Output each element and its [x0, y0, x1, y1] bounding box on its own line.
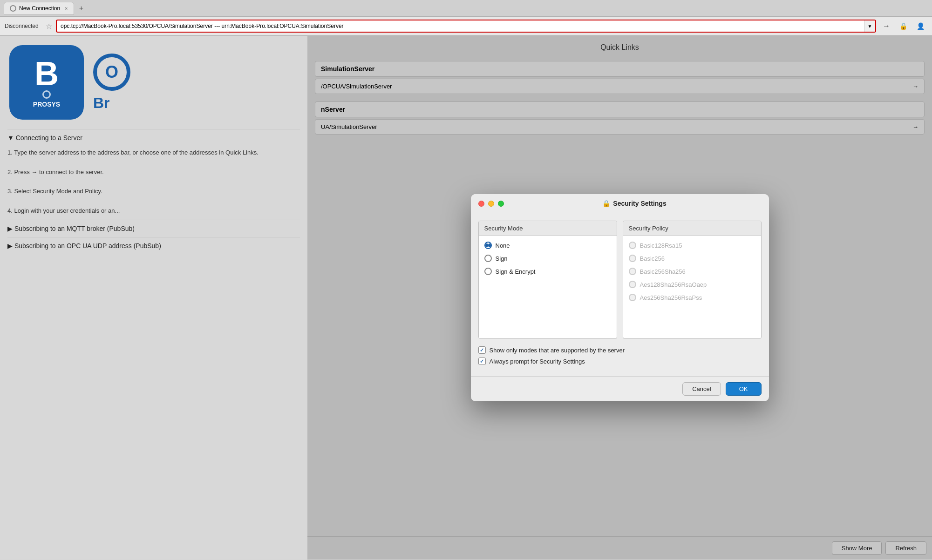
main-content: B PROSYS O Br ▼ Connecting to a Server 1… [0, 36, 932, 560]
modal-backdrop: 🔒 Security Settings Security Mode [307, 36, 932, 560]
tab-label: New Connection [19, 5, 60, 12]
security-policy-options: Basic128Rsa15 Basic256 Basic256Sha256 [623, 236, 761, 338]
url-input[interactable] [57, 23, 864, 29]
right-panel: Quick Links SimulationServer ☆ × /OPCUA/… [307, 36, 932, 560]
connecting-header-label: ▼ Connecting to a Server [7, 134, 82, 142]
security-mode-panel: Security Mode None S [478, 221, 617, 339]
tab-close-button[interactable]: × [65, 6, 68, 11]
app-letter: O [105, 62, 118, 82]
dialog-title-icon: 🔒 [602, 200, 610, 207]
left-panel: B PROSYS O Br ▼ Connecting to a Server 1… [0, 36, 307, 560]
security-settings-dialog: 🔒 Security Settings Security Mode [471, 194, 769, 401]
checkmark-show-supported: ✓ [480, 347, 484, 353]
security-policy-header: Security Policy [623, 221, 761, 236]
policy-basic256-label: Basic256 [640, 255, 665, 262]
cancel-button[interactable]: Cancel [682, 382, 721, 396]
mode-none-label: None [496, 242, 510, 249]
url-input-wrap: ▼ [56, 20, 876, 33]
app-o-circle: O [93, 54, 130, 91]
dialog-maximize-button[interactable] [498, 201, 504, 207]
checkmark-always-prompt: ✓ [480, 358, 484, 364]
mqtt-accordion-header[interactable]: ▶ Subscribing to an MQTT broker (PubSub) [7, 220, 300, 237]
security-mode-options: None Sign Sign & Encrypt [479, 236, 617, 338]
logo-area: B PROSYS O Br [0, 36, 307, 129]
logo-circle-icon [42, 90, 51, 99]
policy-basic128-radio[interactable] [629, 242, 636, 249]
dialog-body: Security Mode None S [471, 213, 769, 376]
new-tab-button[interactable]: + [76, 3, 87, 14]
tab-icon [10, 5, 16, 12]
policy-basic128-option[interactable]: Basic128Rsa15 [629, 242, 755, 249]
policy-basic256sha256-radio[interactable] [629, 268, 636, 275]
mode-sign-encrypt-option[interactable]: Sign & Encrypt [484, 268, 611, 275]
cert-button-2[interactable]: 👤 [914, 22, 927, 30]
logo-brand: PROSYS [33, 101, 60, 108]
dialog-titlebar: 🔒 Security Settings [471, 194, 769, 213]
new-connection-tab[interactable]: New Connection × [4, 2, 74, 15]
dialog-panels: Security Mode None S [478, 221, 762, 339]
navigate-forward-button[interactable]: → [880, 22, 893, 30]
policy-basic256sha256-label: Basic256Sha256 [640, 268, 686, 275]
bookmark-button[interactable]: ☆ [46, 22, 52, 31]
policy-aes256-radio[interactable] [629, 294, 636, 301]
checkbox-show-supported[interactable]: ✓ Show only modes that are supported by … [478, 346, 762, 354]
connecting-accordion-header[interactable]: ▼ Connecting to a Server [7, 129, 300, 146]
dialog-close-button[interactable] [478, 201, 484, 207]
mqtt-header-label: ▶ Subscribing to an MQTT broker (PubSub) [7, 225, 135, 232]
dialog-minimize-button[interactable] [488, 201, 494, 207]
checkboxes-section: ✓ Show only modes that are supported by … [478, 346, 762, 365]
address-bar: Disconnected ☆ ▼ → 🔒 👤 [0, 17, 932, 36]
connection-status: Disconnected [5, 23, 42, 29]
udp-accordion-header[interactable]: ▶ Subscribing to an OPC UA UDP address (… [7, 237, 300, 254]
udp-header-label: ▶ Subscribing to an OPC UA UDP address (… [7, 242, 161, 250]
dialog-footer: Cancel OK [471, 376, 769, 401]
checkbox-always-prompt-box[interactable]: ✓ [478, 358, 486, 365]
cert-button-1[interactable]: 🔒 [897, 22, 910, 30]
policy-aes128-option[interactable]: Aes128Sha256RsaOaep [629, 281, 755, 288]
ok-button[interactable]: OK [726, 382, 762, 396]
app-title-area: O Br [93, 54, 130, 112]
connecting-steps: 1. Type the server address to the addres… [7, 148, 300, 216]
policy-aes128-label: Aes128Sha256RsaOaep [640, 281, 707, 288]
dialog-title-text: Security Settings [613, 200, 666, 207]
checkbox-show-supported-box[interactable]: ✓ [478, 346, 486, 354]
mode-sign-radio[interactable] [484, 255, 492, 262]
url-dropdown-button[interactable]: ▼ [864, 20, 875, 32]
policy-aes128-radio[interactable] [629, 281, 636, 288]
app-title: Br [93, 94, 130, 112]
mode-none-radio[interactable] [484, 242, 492, 249]
mode-sign-encrypt-label: Sign & Encrypt [496, 268, 536, 275]
checkbox-always-prompt-label: Always prompt for Security Settings [490, 358, 585, 365]
checkbox-show-supported-label: Show only modes that are supported by th… [490, 347, 625, 354]
policy-aes256-option[interactable]: Aes256Sha256RsaPss [629, 294, 755, 301]
connecting-accordion-content: 1. Type the server address to the addres… [7, 146, 300, 220]
security-mode-header: Security Mode [479, 221, 617, 236]
policy-aes256-label: Aes256Sha256RsaPss [640, 294, 702, 301]
logo-letter: B [34, 57, 59, 90]
policy-basic256-option[interactable]: Basic256 [629, 255, 755, 262]
tab-bar: New Connection × + [0, 0, 932, 17]
policy-basic256-radio[interactable] [629, 255, 636, 262]
mode-sign-label: Sign [496, 255, 508, 262]
checkbox-always-prompt[interactable]: ✓ Always prompt for Security Settings [478, 358, 762, 365]
dialog-title: 🔒 Security Settings [508, 200, 762, 207]
security-policy-panel: Security Policy Basic128Rsa15 Basic256 [623, 221, 762, 339]
mode-sign-option[interactable]: Sign [484, 255, 611, 262]
policy-basic256sha256-option[interactable]: Basic256Sha256 [629, 268, 755, 275]
logo-icon-row [42, 90, 51, 99]
instructions-section: ▼ Connecting to a Server 1. Type the ser… [0, 129, 307, 262]
policy-basic128-label: Basic128Rsa15 [640, 242, 682, 249]
prosys-logo: B PROSYS [9, 45, 84, 120]
mode-none-option[interactable]: None [484, 242, 611, 249]
mode-sign-encrypt-radio[interactable] [484, 268, 492, 275]
